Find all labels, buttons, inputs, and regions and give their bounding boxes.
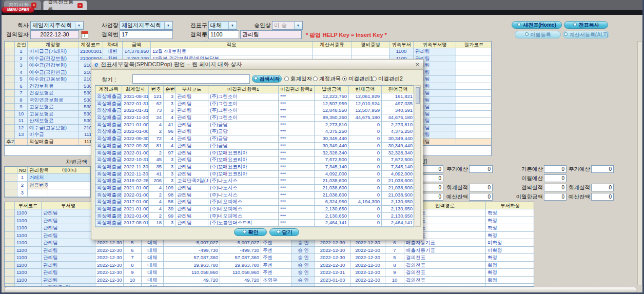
- cell[interactable]: [5, 232, 15, 240]
- cell[interactable]: 30,349,440: [315, 135, 349, 143]
- cell[interactable]: 예수금(건강보험): [28, 62, 79, 69]
- table-row[interactable]: 1100관리팀2022-12-305대체-5,007,027-5,007,027…: [5, 239, 534, 247]
- cell[interactable]: 4,092,000: [382, 171, 414, 178]
- cell[interactable]: 외상매출금: [95, 135, 122, 143]
- table-row[interactable]: 외상매출금2022-11-30353관리팀(주)꼬매요코리아***7,345,1…: [95, 164, 414, 171]
- actual-input[interactable]: 0: [591, 184, 614, 191]
- cell[interactable]: 35: [149, 164, 164, 171]
- cell[interactable]: [5, 97, 15, 104]
- cell[interactable]: 1100: [15, 262, 42, 269]
- cell[interactable]: 14,378,950: [123, 48, 151, 55]
- cell[interactable]: 2022-01-31: [122, 101, 149, 108]
- cell[interactable]: (주)꼬매요코리아: [208, 171, 279, 178]
- cell[interactable]: 3: [164, 171, 175, 178]
- cell[interactable]: 81: [149, 143, 164, 150]
- cell[interactable]: 98: [164, 192, 175, 199]
- cell[interactable]: -499,730: [220, 247, 261, 254]
- cell[interactable]: 2022-12-30: [95, 247, 124, 254]
- cell[interactable]: 2017-08-01: [122, 220, 149, 227]
- table-row[interactable]: 외상매출금2017-08-01183관리팀(주)노블인더스트리***2,464,…: [95, 220, 414, 227]
- cell[interactable]: 외상매출금: [95, 206, 122, 213]
- approval-actual-input[interactable]: 0: [544, 184, 567, 191]
- cell[interactable]: [313, 48, 352, 55]
- cell[interactable]: 외상매출금: [95, 213, 122, 220]
- cell[interactable]: 미확정: [486, 247, 534, 254]
- cell[interactable]: 6: [15, 83, 28, 90]
- cell[interactable]: 2022-12-30: [95, 269, 124, 277]
- cell[interactable]: 2,273,810: [382, 122, 414, 129]
- cell[interactable]: 관리팀: [175, 122, 208, 129]
- cell[interactable]: ***: [279, 206, 315, 213]
- cell[interactable]: 외상매출금: [95, 107, 122, 114]
- cell[interactable]: 9: [124, 269, 142, 277]
- cell[interactable]: 2022-12-30: [95, 277, 124, 284]
- cell[interactable]: 0: [349, 128, 382, 135]
- cell[interactable]: 외상매출금: [95, 199, 122, 206]
- cell[interactable]: (주)그린조이: [208, 107, 279, 114]
- cell[interactable]: 12,223,750: [315, 93, 349, 101]
- cell[interactable]: 예수금(건강보험): [28, 55, 79, 63]
- cell[interactable]: 2022-12-30: [315, 239, 350, 247]
- cell[interactable]: 2022-12-30: [95, 262, 124, 269]
- chevron-down-icon[interactable]: ▼: [164, 22, 172, 29]
- cell[interactable]: [5, 174, 17, 182]
- cell[interactable]: 2: [17, 182, 28, 189]
- cell[interactable]: (주)꼬매요코리아: [208, 164, 279, 171]
- cell[interactable]: 관리팀: [42, 262, 95, 269]
- cell[interactable]: 10: [385, 277, 404, 284]
- remain-input[interactable]: 0: [469, 193, 493, 201]
- cell[interactable]: ***: [279, 128, 315, 135]
- cell[interactable]: 결의전표: [404, 269, 486, 277]
- table-row[interactable]: 1100관리팀2022-12-309대체110,058,960110,058,9…: [5, 269, 534, 277]
- cell[interactable]: 관리팀: [175, 206, 208, 213]
- cell[interactable]: ***: [279, 164, 315, 171]
- cell[interactable]: 2,464,141: [382, 220, 414, 227]
- cell[interactable]: 관리팀: [175, 185, 208, 192]
- table-row[interactable]: 외상매출금2022-01-00296관리팀(주)금담***4,375,25004…: [95, 128, 414, 135]
- cell[interactable]: 외상매출금: [95, 128, 122, 135]
- cell[interactable]: 주엔: [261, 262, 292, 269]
- cell[interactable]: 21,038,600: [315, 192, 349, 199]
- cell[interactable]: 32,328,340: [382, 150, 414, 157]
- cell[interactable]: 11: [15, 117, 28, 125]
- cell[interactable]: 2022-11-30: [122, 114, 149, 122]
- table-row[interactable]: 외상매출금2022-01-31623관리팀(주)그린조이***12,507,95…: [95, 101, 414, 108]
- cell[interactable]: 4: [149, 185, 164, 192]
- cell[interactable]: 161,821: [382, 93, 414, 101]
- cell[interactable]: 7,345,140: [382, 164, 414, 171]
- table-row[interactable]: 1거래처: [5, 174, 90, 182]
- cell[interactable]: 45: [149, 156, 164, 164]
- cell[interactable]: 10: [124, 277, 142, 284]
- cell[interactable]: 0: [349, 171, 382, 178]
- cell[interactable]: 2022-09-30: [122, 143, 149, 150]
- cell[interactable]: 97: [164, 150, 175, 157]
- cell[interactable]: 매출자동기표: [404, 239, 486, 247]
- cell[interactable]: [5, 83, 15, 90]
- cell[interactable]: 관리팀: [42, 232, 95, 240]
- cell[interactable]: 외상매출금: [95, 178, 122, 185]
- cell[interactable]: 21000301: [79, 48, 103, 55]
- cell[interactable]: [5, 277, 15, 284]
- cell[interactable]: 관리팀: [175, 93, 208, 101]
- cell[interactable]: 대체: [142, 254, 164, 262]
- cell[interactable]: 2,464,141: [315, 220, 349, 227]
- table-row[interactable]: 1100관리팀2022-12-307대체57,087,36057,087,360…: [5, 254, 534, 262]
- cell[interactable]: 0: [349, 164, 382, 171]
- cell[interactable]: 32,328,340: [315, 150, 349, 157]
- table-row[interactable]: 외상매출금2018-02-282063고객만족2팀(J2(주)나노시스***21…: [95, 178, 414, 185]
- remain-input[interactable]: 0: [591, 193, 614, 201]
- cell[interactable]: 4,092,000: [315, 171, 349, 178]
- cell[interactable]: 497,035: [382, 101, 414, 108]
- cell[interactable]: 1100: [15, 269, 42, 277]
- cell[interactable]: [5, 125, 15, 132]
- cell[interactable]: 2022-09-30: [122, 135, 149, 143]
- cell[interactable]: 4,194,300: [349, 199, 382, 206]
- cell[interactable]: 대체: [142, 239, 164, 247]
- cell[interactable]: 2022-12-30: [95, 254, 124, 262]
- cell[interactable]: ***: [279, 185, 315, 192]
- cell[interactable]: 외상매출금: [95, 122, 122, 129]
- cell[interactable]: [5, 254, 15, 262]
- table-row[interactable]: 외상매출금2022-01-00299관리팀(주)네오피에스***2,130,65…: [95, 213, 414, 220]
- cell[interactable]: 1100: [15, 224, 42, 232]
- cell[interactable]: 2021-08-31: [122, 93, 149, 101]
